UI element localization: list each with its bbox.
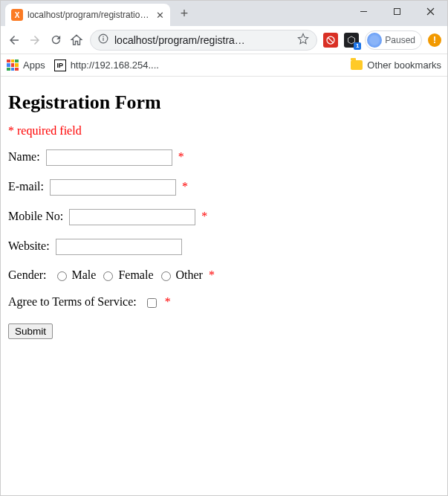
home-button[interactable]	[69, 33, 84, 48]
gender-other-radio[interactable]	[161, 271, 171, 281]
required-asterisk: *	[182, 180, 188, 193]
back-button[interactable]	[7, 33, 22, 48]
label-mobile: Mobile No:	[8, 210, 63, 222]
bookmark-star-icon[interactable]	[297, 33, 309, 47]
bookmarks-bar: Apps IP http://192.168.254.... Other boo…	[1, 54, 447, 77]
email-input[interactable]	[50, 179, 176, 196]
label-tos: Agree to Terms of Service:	[8, 295, 137, 308]
label-gender: Gender:	[8, 268, 47, 281]
other-bookmarks-label: Other bookmarks	[367, 59, 441, 71]
row-mobile: Mobile No: *	[8, 209, 440, 225]
maximize-button[interactable]	[380, 1, 414, 22]
svg-point-6	[103, 36, 104, 37]
required-asterisk: *	[165, 295, 171, 308]
svg-rect-1	[395, 8, 400, 14]
bookmark-ip[interactable]: IP http://192.168.254....	[54, 59, 159, 71]
gender-female-radio[interactable]	[103, 271, 113, 281]
url-text: localhost/program/registra…	[114, 34, 245, 46]
website-input[interactable]	[56, 239, 182, 255]
submit-button[interactable]: Submit	[8, 323, 53, 339]
page-content: Registration Form * required field Name:…	[1, 77, 447, 348]
close-tab-icon[interactable]: ✕	[156, 10, 164, 20]
row-name: Name: *	[8, 149, 440, 166]
browser-tab[interactable]: X localhost/program/registration.p ✕	[5, 4, 170, 26]
browser-titlebar: X localhost/program/registration.p ✕ +	[1, 1, 447, 26]
gender-female-text: Female	[118, 268, 153, 281]
minimize-button[interactable]	[347, 1, 380, 22]
site-info-icon[interactable]	[98, 33, 108, 46]
apps-label: Apps	[23, 59, 45, 71]
required-asterisk: *	[178, 150, 184, 163]
omnibox[interactable]: localhost/program/registra…	[90, 30, 317, 51]
tos-checkbox[interactable]	[147, 298, 157, 308]
profile-chip[interactable]: Paused	[365, 30, 422, 50]
gender-male-text: Male	[72, 268, 97, 281]
extension-cube-icon[interactable]: 1	[344, 33, 359, 48]
extension-badge: 1	[354, 42, 361, 50]
row-email: E-mail: *	[8, 179, 440, 196]
required-note: * required field	[8, 124, 440, 138]
chrome-menu-button[interactable]: !	[428, 33, 441, 47]
row-tos: Agree to Terms of Service: *	[8, 295, 440, 309]
profile-label: Paused	[385, 35, 415, 45]
reload-button[interactable]	[48, 33, 63, 48]
label-website: Website:	[8, 239, 50, 252]
tab-title: localhost/program/registration.p	[27, 10, 150, 20]
folder-icon	[351, 60, 363, 70]
gender-male-radio[interactable]	[57, 271, 67, 281]
new-tab-button[interactable]: +	[175, 4, 194, 23]
apps-shortcut[interactable]: Apps	[7, 59, 45, 71]
name-input[interactable]	[46, 149, 172, 166]
window-controls	[347, 1, 447, 22]
required-asterisk: *	[201, 210, 207, 222]
apps-grid-icon	[7, 59, 19, 71]
label-email: E-mail:	[8, 180, 44, 193]
svg-line-8	[328, 37, 334, 42]
ip-favicon-icon: IP	[54, 59, 66, 71]
other-bookmarks[interactable]: Other bookmarks	[351, 59, 441, 71]
row-website: Website:	[8, 239, 440, 255]
row-gender: Gender: Male Female Other *	[8, 268, 440, 282]
forward-button[interactable]	[27, 33, 42, 48]
extension-shield-icon[interactable]	[323, 33, 338, 48]
xampp-favicon-icon: X	[11, 9, 23, 21]
page-title: Registration Form	[8, 91, 440, 114]
address-bar: localhost/program/registra… 1 Paused !	[1, 26, 447, 54]
bookmark-ip-label: http://192.168.254....	[71, 59, 159, 71]
close-window-button[interactable]	[414, 1, 447, 22]
avatar-icon	[367, 33, 382, 48]
gender-other-text: Other	[176, 268, 203, 281]
label-name: Name:	[8, 150, 40, 163]
required-asterisk: *	[209, 268, 215, 281]
mobile-input[interactable]	[69, 209, 195, 225]
